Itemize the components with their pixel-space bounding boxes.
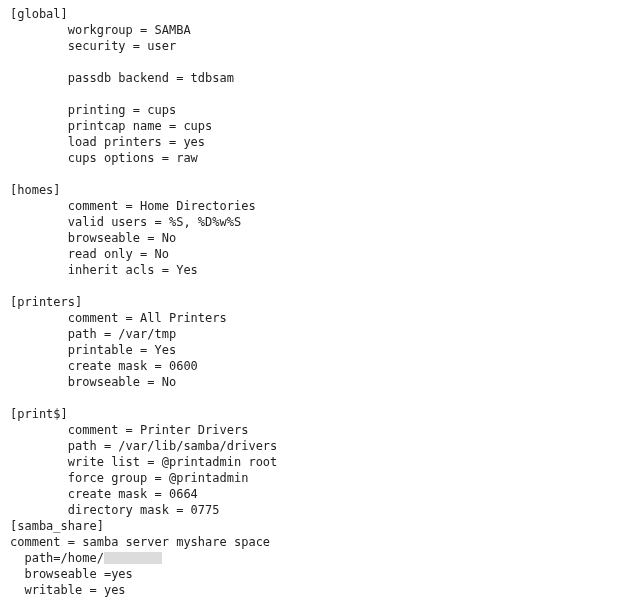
section-printd-header: [print$] bbox=[10, 407, 68, 421]
printd-path: path = /var/lib/samba/drivers bbox=[10, 439, 277, 453]
section-printers-header: [printers] bbox=[10, 295, 82, 309]
printers-comment: comment = All Printers bbox=[10, 311, 227, 325]
printd-write-list: write list = @printadmin root bbox=[10, 455, 277, 469]
section-samba-share-header: [samba_share] bbox=[10, 519, 104, 533]
share-path-prefix: path=/home/ bbox=[10, 551, 104, 565]
share-writable: writable = yes bbox=[10, 583, 126, 597]
homes-comment: comment = Home Directories bbox=[10, 199, 256, 213]
share-browseable: browseable =yes bbox=[10, 567, 133, 581]
printers-path: path = /var/tmp bbox=[10, 327, 176, 341]
printd-create-mask: create mask = 0664 bbox=[10, 487, 198, 501]
printd-force-group: force group = @printadmin bbox=[10, 471, 248, 485]
printers-printable: printable = Yes bbox=[10, 343, 176, 357]
share-comment: comment = samba server myshare space bbox=[10, 535, 270, 549]
homes-browseable: browseable = No bbox=[10, 231, 176, 245]
homes-inherit-acls: inherit acls = Yes bbox=[10, 263, 198, 277]
global-security: security = user bbox=[10, 39, 176, 53]
global-printcap: printcap name = cups bbox=[10, 119, 212, 133]
global-workgroup: workgroup = SAMBA bbox=[10, 23, 191, 37]
printd-directory-mask: directory mask = 0775 bbox=[10, 503, 220, 517]
section-global-header: [global] bbox=[10, 7, 68, 21]
redacted-path bbox=[104, 552, 162, 564]
section-homes-header: [homes] bbox=[10, 183, 61, 197]
global-printing: printing = cups bbox=[10, 103, 176, 117]
homes-read-only: read only = No bbox=[10, 247, 169, 261]
printers-create-mask: create mask = 0600 bbox=[10, 359, 198, 373]
printers-browseable: browseable = No bbox=[10, 375, 176, 389]
printd-comment: comment = Printer Drivers bbox=[10, 423, 248, 437]
global-passdb: passdb backend = tdbsam bbox=[10, 71, 234, 85]
homes-valid-users: valid users = %S, %D%w%S bbox=[10, 215, 241, 229]
global-cups-options: cups options = raw bbox=[10, 151, 198, 165]
config-file-text[interactable]: [global] workgroup = SAMBA security = us… bbox=[0, 0, 632, 600]
global-load-printers: load printers = yes bbox=[10, 135, 205, 149]
